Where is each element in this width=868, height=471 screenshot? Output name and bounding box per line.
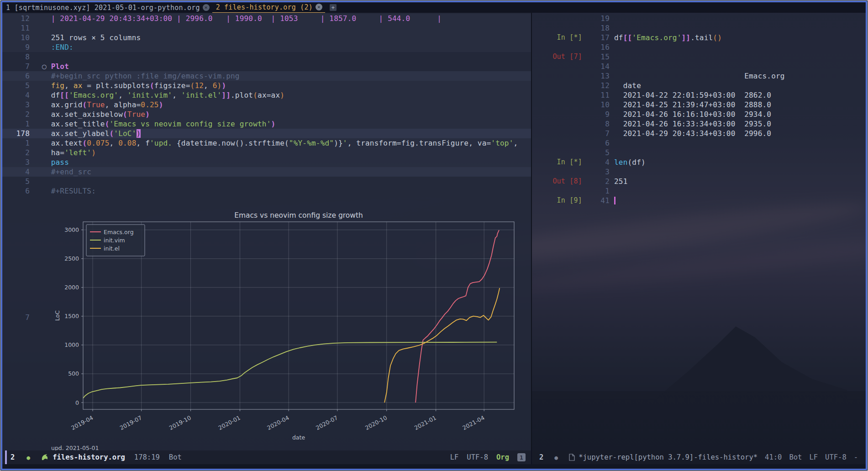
cursor-bar: [614, 197, 615, 204]
line-content: :END:: [42, 42, 531, 52]
line-content: ax.set_ylabel('LoC'): [42, 129, 531, 138]
code-line[interactable]: 10 251 rows × 5 columns: [2, 33, 531, 42]
code-line[interactable]: 4 df[['Emacs.org', 'init.vim', 'init.el'…: [2, 90, 531, 100]
repl-line[interactable]: 9 2021-04-26 16:16:10+03:00 2934.0: [532, 110, 867, 119]
repl-line[interactable]: 18: [532, 23, 867, 33]
code-line[interactable]: 5: [2, 177, 531, 186]
line-number: 4: [586, 157, 610, 167]
scroll-position: Bot: [169, 453, 182, 461]
repl-prompt: Out [7]: [532, 52, 582, 62]
code-line[interactable]: 1 ax.text(0.075, 0.08, f'upd. {datetime.…: [2, 138, 531, 148]
line-number: 10: [586, 100, 610, 110]
code-line[interactable]: 9 :END:: [2, 42, 531, 52]
line-number: 2: [586, 177, 610, 186]
repl-line[interactable]: 3: [532, 167, 867, 177]
code-line[interactable]: 5 fig, ax = plt.subplots(figsize=(12, 6)…: [2, 81, 531, 90]
org-buffer-window[interactable]: 12 | 2021-04-29 20:43:34+03:00 | 2996.0 …: [2, 13, 532, 450]
modified-indicator-icon: ●: [26, 454, 30, 461]
repl-prompt: In [*]: [532, 33, 582, 42]
repl-line[interactable]: In [*]17df[['Emacs.org']].tail(): [532, 33, 867, 42]
line-number: 12: [586, 81, 610, 90]
tab-org-python[interactable]: 1 [sqrtminusone.xyz] 2021-05-01-org-pyth…: [2, 2, 212, 13]
tab-close-icon[interactable]: ×: [203, 4, 210, 11]
major-mode[interactable]: Org: [496, 453, 509, 461]
repl-line[interactable]: 1: [532, 186, 867, 196]
repl-prompt: [532, 167, 582, 177]
repl-line[interactable]: Out [8]2251: [532, 177, 867, 186]
buffer-name[interactable]: *jupyter-repl[python 3.7.9]-files-histor…: [579, 453, 758, 461]
code-line[interactable]: 6 #+RESULTS:: [2, 186, 531, 196]
line-content: ax.grid(True, alpha=0.25): [42, 100, 531, 110]
cursor-block: ): [137, 129, 141, 138]
code-line[interactable]: 1 ax.set_title('Emacs vs neovim config s…: [2, 119, 531, 129]
line-content: #+end_src: [42, 167, 531, 177]
line-number: 5: [2, 177, 30, 186]
line-number: 7: [2, 62, 30, 71]
buffer-name[interactable]: files-history.org: [53, 453, 125, 461]
active-window-bar: [5, 450, 7, 464]
new-tab-button[interactable]: +: [330, 4, 337, 11]
line-number: 6: [2, 71, 30, 81]
line-number: 17: [586, 33, 610, 42]
modeline-org[interactable]: 2 ● files-history.org 178:19 Bot LF UTF-…: [2, 450, 531, 464]
code-line[interactable]: 2 ha='left'): [2, 148, 531, 157]
repl-line[interactable]: In [9]41: [532, 196, 867, 205]
code-line[interactable]: 8: [2, 52, 531, 62]
line-number: 1: [586, 186, 610, 196]
svg-text:2020-04: 2020-04: [266, 414, 290, 431]
tab-bar: 1 [sqrtminusone.xyz] 2021-05-01-org-pyth…: [2, 2, 866, 13]
repl-prompt: [532, 129, 582, 138]
repl-line[interactable]: 12 date: [532, 81, 867, 90]
code-line[interactable]: 2 ax.set_axisbelow(True): [2, 110, 531, 119]
line-number: 6: [2, 186, 30, 196]
svg-text:init.el: init.el: [104, 245, 120, 252]
repl-line[interactable]: 6: [532, 138, 867, 148]
line-number: 11: [586, 90, 610, 100]
repl-prompt: [532, 110, 582, 119]
line-number: 13: [586, 71, 610, 81]
svg-text:LoC: LoC: [54, 310, 61, 321]
repl-prompt: [532, 71, 582, 81]
repl-line[interactable]: 5: [532, 148, 867, 157]
svg-text:1000: 1000: [64, 341, 79, 348]
repl-line[interactable]: 14: [532, 62, 867, 71]
repl-line[interactable]: In [*]4len(df): [532, 157, 867, 167]
modeline-repl[interactable]: 2 ● *jupyter-repl[python 3.7.9]-files-hi…: [532, 450, 867, 464]
code-line[interactable]: 11: [2, 23, 531, 33]
repl-line[interactable]: 8 2021-04-26 16:33:34+03:00 2935.0: [532, 119, 867, 129]
emacs-frame: 1 [sqrtminusone.xyz] 2021-05-01-org-pyth…: [0, 0, 868, 471]
jupyter-repl-window[interactable]: 1918In [*]17df[['Emacs.org']].tail()16Ou…: [532, 13, 867, 450]
line-content: [42, 177, 531, 186]
code-line[interactable]: 3 ax.grid(True, alpha=0.25): [2, 100, 531, 110]
repl-line[interactable]: 7 2021-04-29 20:43:34+03:00 2996.0: [532, 129, 867, 138]
tab-label: 2 files-history.org (2): [216, 3, 313, 11]
line-number: 1: [2, 138, 30, 148]
line-content: 2021-04-22 22:01:59+03:00 2862.0: [614, 90, 771, 100]
repl-line[interactable]: 13 Emacs.org: [532, 71, 867, 81]
line-content: 2021-04-29 20:43:34+03:00 2996.0: [614, 129, 771, 138]
code-line[interactable]: 4 #+end_src: [2, 167, 531, 177]
code-line[interactable]: 12 | 2021-04-29 20:43:34+03:00 | 2996.0 …: [2, 14, 531, 23]
repl-line[interactable]: 19: [532, 14, 867, 23]
line-number: 8: [2, 52, 30, 62]
repl-line[interactable]: 10 2021-04-25 21:39:47+03:00 2888.0: [532, 100, 867, 110]
svg-text:2021-04: 2021-04: [461, 414, 485, 431]
inline-result-chart[interactable]: 0500100015002000250030002019-042019-0720…: [44, 209, 524, 450]
line-content: #+begin_src python :file img/emacs-vim.p…: [42, 71, 531, 81]
code-line[interactable]: 3 pass: [2, 157, 531, 167]
code-line[interactable]: 7◯ Plot: [2, 62, 531, 71]
code-line[interactable]: 6 #+begin_src python :file img/emacs-vim…: [2, 71, 531, 81]
line-content: 2021-04-26 16:16:10+03:00 2934.0: [614, 110, 771, 119]
line-content: pass: [42, 157, 531, 167]
tab-files-history[interactable]: 2 files-history.org (2) ×: [212, 2, 325, 13]
svg-text:2020-01: 2020-01: [217, 414, 242, 431]
line-number: 3: [2, 157, 30, 167]
echo-area[interactable]: [2, 464, 866, 470]
repl-prompt: [532, 14, 582, 23]
repl-prompt: [532, 81, 582, 90]
repl-line[interactable]: Out [7]15: [532, 52, 867, 62]
tab-close-icon[interactable]: ×: [316, 4, 322, 10]
repl-line[interactable]: 16: [532, 42, 867, 52]
repl-line[interactable]: 11 2021-04-22 22:01:59+03:00 2862.0: [532, 90, 867, 100]
code-line[interactable]: 178 ax.set_ylabel('LoC'): [2, 129, 531, 138]
